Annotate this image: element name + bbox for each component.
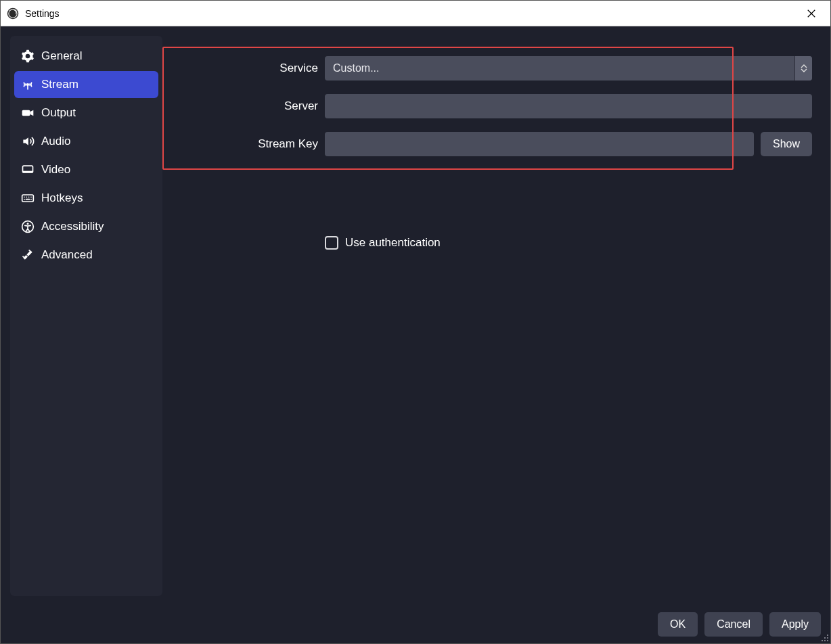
- sidebar-item-general[interactable]: General: [14, 43, 158, 70]
- settings-window: Settings General Stream: [0, 0, 831, 644]
- svg-point-10: [824, 637, 826, 639]
- content-area: General Stream Output: [1, 26, 830, 643]
- tools-icon: [21, 248, 35, 262]
- sidebar-item-label: Output: [41, 106, 76, 120]
- monitor-icon: [21, 163, 35, 177]
- obs-app-icon: [6, 7, 20, 20]
- antenna-icon: [21, 78, 35, 91]
- sidebar-item-video[interactable]: Video: [14, 156, 158, 183]
- svg-rect-6: [22, 195, 34, 202]
- sidebar-item-advanced[interactable]: Advanced: [14, 242, 158, 269]
- accessibility-icon: [21, 220, 35, 233]
- sidebar-item-accessibility[interactable]: Accessibility: [14, 213, 158, 240]
- gear-icon: [21, 49, 35, 63]
- sidebar-item-label: General: [41, 49, 82, 63]
- sidebar-item-label: Stream: [41, 78, 78, 91]
- sidebar-item-label: Audio: [41, 135, 70, 148]
- resize-grip-icon[interactable]: [819, 632, 829, 642]
- speaker-icon: [21, 135, 35, 148]
- dialog-footer: OK Cancel Apply: [1, 605, 830, 643]
- svg-rect-4: [22, 110, 30, 116]
- sidebar-item-stream[interactable]: Stream: [14, 71, 158, 98]
- chevron-updown-icon[interactable]: [794, 56, 812, 80]
- svg-point-13: [824, 640, 826, 641]
- sidebar-item-label: Video: [41, 163, 70, 177]
- use-auth-label: Use authentication: [345, 236, 441, 250]
- highlight-annotation: [162, 47, 734, 170]
- apply-button[interactable]: Apply: [769, 612, 821, 637]
- close-button[interactable]: [798, 3, 825, 24]
- ok-button[interactable]: OK: [658, 612, 698, 637]
- window-title: Settings: [25, 8, 60, 19]
- svg-point-11: [827, 637, 828, 639]
- titlebar: Settings: [1, 1, 830, 26]
- camera-icon: [21, 106, 35, 120]
- svg-point-9: [827, 635, 828, 636]
- settings-sidebar: General Stream Output: [10, 36, 162, 596]
- sidebar-item-label: Advanced: [41, 248, 93, 262]
- sidebar-item-label: Accessibility: [41, 220, 104, 233]
- sidebar-item-audio[interactable]: Audio: [14, 128, 158, 155]
- svg-point-8: [27, 223, 29, 225]
- stream-settings-panel: Service Custom... Server: [162, 26, 830, 605]
- show-streamkey-button[interactable]: Show: [761, 132, 812, 156]
- keyboard-icon: [21, 191, 35, 205]
- svg-point-14: [827, 640, 828, 641]
- sidebar-item-output[interactable]: Output: [14, 99, 158, 127]
- sidebar-item-hotkeys[interactable]: Hotkeys: [14, 185, 158, 212]
- sidebar-item-label: Hotkeys: [41, 191, 83, 205]
- cancel-button[interactable]: Cancel: [704, 612, 763, 637]
- svg-point-12: [822, 640, 823, 641]
- use-auth-checkbox[interactable]: [325, 236, 338, 250]
